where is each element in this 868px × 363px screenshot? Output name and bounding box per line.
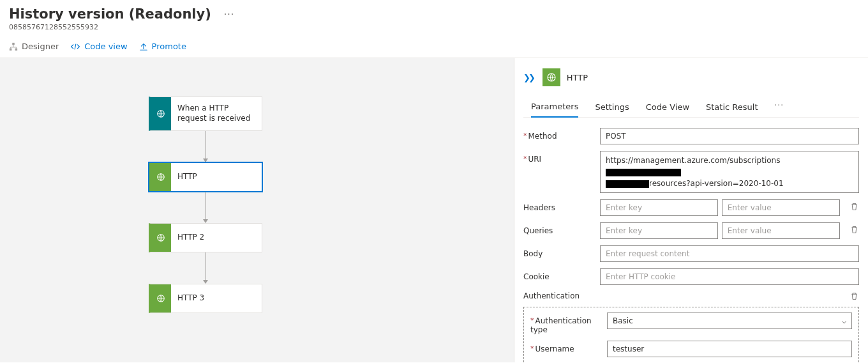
promote-label: Promote <box>152 42 186 51</box>
flow-arrow <box>203 252 208 284</box>
headers-label: Headers <box>523 199 600 212</box>
svg-rect-1 <box>10 48 12 50</box>
http-icon <box>151 224 171 252</box>
username-input[interactable] <box>607 341 852 357</box>
page-title: History version (Readonly) <box>9 6 211 22</box>
http-request-icon <box>151 97 171 130</box>
username-label: Username <box>530 341 607 353</box>
http-step-2[interactable]: HTTP 2 <box>149 223 262 252</box>
http-step-1[interactable]: HTTP <box>149 162 262 192</box>
tab-staticresult[interactable]: Static Result <box>706 98 758 117</box>
authtype-label: Authentication type <box>530 313 607 334</box>
query-key-input[interactable] <box>600 222 718 239</box>
properties-panel: ❯❯ HTTP Parameters Settings Code View St… <box>514 58 868 362</box>
authentication-label: Authentication <box>523 291 580 300</box>
designer-button[interactable]: Designer <box>9 42 59 51</box>
panel-tabs: Parameters Settings Code View Static Res… <box>523 98 859 118</box>
promote-icon <box>139 42 148 51</box>
svg-rect-2 <box>15 48 18 50</box>
authentication-box: Authentication type Basic ⌵ Username Pas… <box>523 307 859 362</box>
flow-arrow <box>203 131 208 162</box>
cookie-input[interactable] <box>600 268 859 285</box>
tab-parameters[interactable]: Parameters <box>531 98 578 118</box>
http-icon <box>151 284 171 313</box>
trigger-label: When a HTTP request is received <box>177 101 262 126</box>
chevron-down-icon: ⌵ <box>842 316 846 325</box>
http-step-3[interactable]: HTTP 3 <box>149 284 262 313</box>
http-step-2-label: HTTP 2 <box>177 230 209 245</box>
panel-title: HTTP <box>567 73 588 82</box>
delete-icon[interactable] <box>850 222 859 234</box>
http-step-3-label: HTTP 3 <box>177 291 209 306</box>
authtype-value: Basic <box>613 316 633 325</box>
designer-label: Designer <box>22 42 59 51</box>
queries-label: Queries <box>523 222 600 235</box>
promote-button[interactable]: Promote <box>139 42 186 51</box>
header-value-input[interactable] <box>722 199 840 216</box>
http-step-1-label: HTTP <box>177 169 202 185</box>
delete-icon[interactable] <box>849 292 859 300</box>
http-icon <box>542 68 560 86</box>
body-label: Body <box>523 245 600 258</box>
cookie-label: Cookie <box>523 268 600 281</box>
code-icon <box>70 42 80 51</box>
redacted-text <box>606 169 681 176</box>
uri-text-pre: https://management.azure.com/subscriptio… <box>606 156 780 165</box>
body-input[interactable] <box>600 245 859 262</box>
designer-canvas[interactable]: When a HTTP request is received HTTP HTT… <box>0 58 514 362</box>
tabs-overflow-icon[interactable]: ··· <box>775 101 784 114</box>
trigger-node[interactable]: When a HTTP request is received <box>149 97 262 131</box>
codeview-label: Code view <box>84 42 127 51</box>
uri-input[interactable]: https://management.azure.com/subscriptio… <box>600 151 859 193</box>
flow-arrow <box>203 192 208 223</box>
toolbar: Designer Code view Promote <box>0 35 868 58</box>
authtype-select[interactable]: Basic ⌵ <box>607 313 852 329</box>
header-key-input[interactable] <box>600 199 718 216</box>
method-label: Method <box>523 128 600 141</box>
uri-text-post: resources?api-version=2020-10-01 <box>649 179 784 188</box>
query-value-input[interactable] <box>722 222 840 239</box>
delete-icon[interactable] <box>850 199 859 211</box>
sitemap-icon <box>9 42 18 51</box>
version-id: 08585767128552555932 <box>9 23 859 31</box>
method-input[interactable] <box>600 128 859 144</box>
page-header: History version (Readonly) ··· 085857671… <box>0 0 868 35</box>
uri-label: URI <box>523 151 600 164</box>
svg-rect-0 <box>12 42 15 45</box>
collapse-panel-icon[interactable]: ❯❯ <box>523 73 534 82</box>
codeview-button[interactable]: Code view <box>70 42 127 51</box>
redacted-text <box>606 180 649 188</box>
more-menu[interactable]: ··· <box>221 9 237 19</box>
tab-settings[interactable]: Settings <box>595 98 629 117</box>
http-icon <box>151 163 171 191</box>
tab-codeview[interactable]: Code View <box>646 98 689 117</box>
